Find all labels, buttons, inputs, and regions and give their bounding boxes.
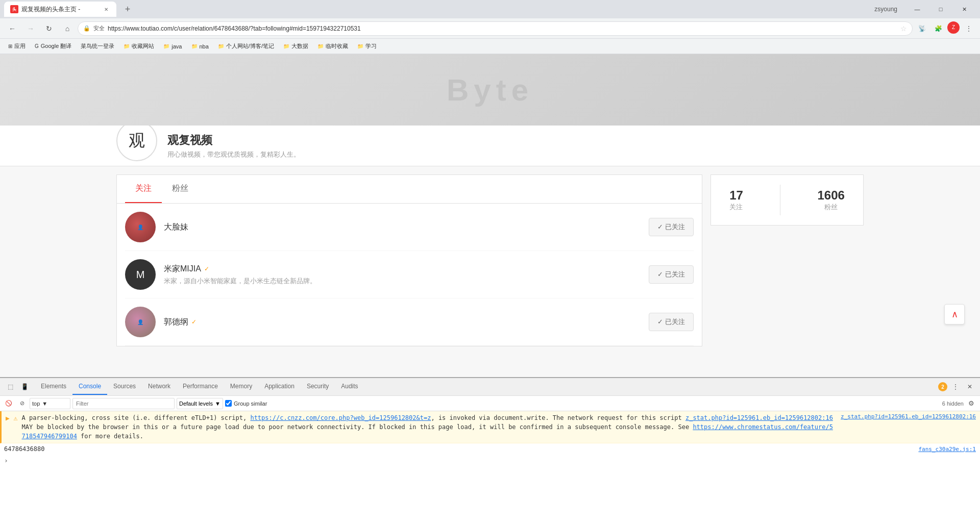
scroll-up-button[interactable]: ∧ (944, 304, 965, 324)
bookmark-blog[interactable]: 📁 个人网站/博客/笔记 (214, 40, 278, 52)
maximize-button[interactable]: □ (929, 0, 952, 18)
profile-desc: 用心做视频，带您观优质视频，复精彩人生。 (167, 150, 300, 159)
profile-avatar: 观 (116, 120, 157, 161)
folder-icon-5: 📁 (283, 43, 289, 49)
cast-button[interactable]: 📡 (915, 21, 929, 36)
bookmark-nba[interactable]: 📁 nba (187, 41, 213, 52)
console-plain-source[interactable]: fans_c30a29e.js:1 (918, 446, 976, 453)
bookmark-star-icon[interactable]: ☆ (900, 24, 907, 33)
devtools-tab-application[interactable]: Application (258, 379, 301, 395)
bookmark-bigdata[interactable]: 📁 大数据 (279, 40, 312, 52)
active-tab[interactable]: 头 观复视频的头条主页 - ✕ (4, 2, 116, 17)
group-similar-checkbox[interactable] (225, 400, 232, 407)
profile-info: 观复视频 用心做视频，带您观优质视频，复精彩人生。 (167, 133, 300, 159)
devtools-tab-sources[interactable]: Sources (107, 379, 142, 395)
tab-title: 观复视频的头条主页 - (21, 5, 80, 14)
follow-avatar-3[interactable]: 👤 (125, 307, 156, 337)
nav-actions: 📡 🧩 Z ⋮ (915, 21, 976, 36)
bookmark-study[interactable]: 📁 学习 (353, 40, 381, 52)
stat-divider (780, 185, 780, 215)
devtools-tab-performance[interactable]: Performance (177, 379, 224, 395)
devtools-more-button[interactable]: ⋮ (949, 381, 962, 393)
context-select[interactable]: top ▼ (30, 398, 70, 409)
follow-desc-2: 米家，源自小米智能家庭，是小米生态链全新品牌。 (164, 277, 641, 286)
devtools-tab-console[interactable]: Console (72, 379, 107, 395)
verified-badge-3: ✓ (191, 318, 197, 326)
devtools-tab-audits[interactable]: Audits (335, 379, 364, 395)
follow-avatar-1[interactable]: 👤 (125, 212, 156, 242)
follow-item: 👤 郭德纲 ✓ ✓ 已关注 (125, 298, 694, 346)
follow-btn-2[interactable]: ✓ 已关注 (649, 265, 694, 284)
devtools-tab-network[interactable]: Network (142, 379, 177, 395)
forward-button[interactable]: → (22, 20, 39, 37)
devtools-tab-elements[interactable]: Elements (35, 379, 72, 395)
bookmark-temp[interactable]: 📁 临时收藏 (313, 40, 352, 52)
bookmark-translate[interactable]: G Google 翻译 (31, 40, 76, 52)
bookmark-blog-label: 个人网站/博客/笔记 (226, 42, 274, 50)
console-prompt: › (4, 457, 8, 464)
follow-item: 👤 大脸妹 ✓ 已关注 (125, 204, 694, 251)
page-content: Byte 观 观复视频 用心做视频，带您观优质视频，复精彩人生。 关注 粉丝 (0, 54, 980, 377)
follow-avatar-2[interactable]: M (125, 259, 156, 290)
console-filter-input[interactable] (72, 398, 175, 409)
bookmark-cainiao-label: 菜鸟统一登录 (81, 42, 114, 50)
menu-button[interactable]: ⋮ (962, 21, 976, 36)
refresh-button[interactable]: ↻ (41, 20, 57, 37)
level-value: Default levels (179, 401, 213, 407)
console-input[interactable] (10, 457, 976, 464)
stat-followers-num: 1606 (817, 188, 844, 203)
stat-following-num: 17 (729, 188, 743, 203)
context-chevron: ▼ (42, 401, 47, 407)
console-source-ref[interactable]: z_stat.php?id=125961.eb_id=1259612802:16 (841, 413, 976, 420)
inspect-element-button[interactable]: ⬚ (4, 381, 16, 393)
filter-toggle-button[interactable]: ⊘ (16, 398, 28, 409)
group-similar-toggle[interactable]: Group similar (225, 400, 267, 407)
bookmark-cainiao[interactable]: 菜鸟统一登录 (77, 40, 118, 52)
level-select[interactable]: Default levels ▼ (177, 398, 223, 409)
devtools-tab-bar: ⬚ 📱 Elements Console Sources Network Per… (0, 378, 980, 396)
devtools-close-button[interactable]: ✕ (964, 381, 976, 393)
bookmark-java[interactable]: 📁 java (159, 41, 186, 52)
folder-icon-2: 📁 (163, 43, 169, 49)
devtools-tab-security[interactable]: Security (301, 379, 335, 395)
close-button[interactable]: ✕ (952, 0, 976, 18)
follow-btn-3[interactable]: ✓ 已关注 (649, 313, 694, 331)
console-link-source[interactable]: z_stat.php?id=125961.eb_id=1259612802:16 (685, 414, 833, 421)
title-bar: 头 观复视频的头条主页 - ✕ + zsyoung — □ ✕ (0, 0, 980, 18)
console-input-row: › (0, 455, 980, 466)
bookmarks-bar: ⊞ 应用 G Google 翻译 菜鸟统一登录 📁 收藏网站 📁 java 📁 … (0, 39, 980, 54)
bookmark-apps[interactable]: ⊞ 应用 (4, 40, 30, 52)
minimize-button[interactable]: — (905, 0, 929, 18)
follow-btn-1[interactable]: ✓ 已关注 (649, 218, 694, 236)
tab-followers[interactable]: 粉丝 (162, 175, 199, 203)
bookmark-favorites[interactable]: 📁 收藏网站 (119, 40, 158, 52)
back-button[interactable]: ← (4, 20, 20, 37)
address-bar[interactable]: 🔒 安全 https://www.toutiao.com/c/user/rela… (78, 21, 913, 36)
banner-text: Byte (447, 72, 533, 108)
home-button[interactable]: ⌂ (59, 20, 76, 37)
profile-banner: Byte (0, 54, 980, 126)
folder-icon-1: 📁 (124, 43, 130, 49)
follow-name-2: 米家MIJIA ✓ (164, 264, 641, 274)
level-chevron: ▼ (215, 401, 220, 407)
tab-close-button[interactable]: ✕ (102, 5, 110, 13)
console-link-1[interactable]: https://c.cnzz.com/core.php?web_id=12596… (250, 414, 431, 421)
tab-following[interactable]: 关注 (125, 175, 162, 203)
secure-label: 安全 (93, 24, 105, 32)
clear-console-button[interactable]: 🚫 (3, 398, 14, 409)
profile-name: 观复视频 (167, 133, 300, 148)
bookmark-translate-label: Google 翻译 (41, 42, 72, 50)
extensions-button[interactable]: 🧩 (931, 21, 945, 36)
console-plain-message: 64786436880 fans_c30a29e.js:1 (0, 443, 980, 455)
avatar-button[interactable]: Z (947, 21, 960, 34)
new-tab-button[interactable]: + (120, 2, 135, 16)
devtools-tab-memory[interactable]: Memory (224, 379, 258, 395)
console-settings-button[interactable]: ⚙ (966, 398, 977, 409)
stat-following: 17 关注 (729, 188, 743, 212)
device-toolbar-button[interactable]: 📱 (18, 381, 31, 393)
verified-badge-2: ✓ (204, 265, 209, 272)
bookmark-temp-label: 临时收藏 (326, 42, 348, 50)
folder-icon-6: 📁 (317, 43, 324, 49)
console-link-2[interactable]: https://www.chromestatus.com/feature/571… (21, 423, 832, 440)
devtools-panel: ⬚ 📱 Elements Console Sources Network Per… (0, 377, 980, 525)
